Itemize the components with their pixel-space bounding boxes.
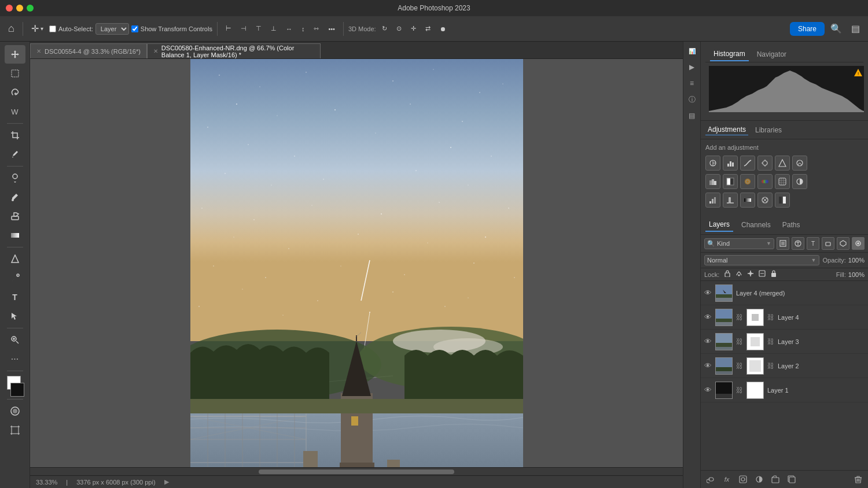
layer-item-4[interactable]: 👁 ⛓ <box>701 305 868 330</box>
align-right-button[interactable]: ⊤ <box>252 23 265 35</box>
crop-tool[interactable] <box>5 126 25 145</box>
scroll-thumb[interactable] <box>259 469 454 474</box>
add-layer-style-btn[interactable]: fx <box>720 473 733 486</box>
marquee-tool[interactable] <box>5 64 25 83</box>
minimize-button[interactable] <box>16 5 23 12</box>
align-left-button[interactable]: ⊢ <box>222 23 235 35</box>
align-center-h-button[interactable]: ⊣ <box>237 23 250 35</box>
panels-button[interactable]: ▤ <box>848 21 863 36</box>
move-tool[interactable] <box>5 45 25 64</box>
path-selection-tool[interactable] <box>5 307 25 326</box>
3d-rotate-button[interactable]: ↻ <box>378 23 391 35</box>
visibility-1[interactable]: 👁 <box>704 386 712 394</box>
layer-item-2[interactable]: 👁 ⛓ <box>701 354 868 378</box>
eraser-tool[interactable] <box>5 207 25 225</box>
shadow-highlight-btn[interactable] <box>775 193 790 208</box>
gradient-map-btn[interactable] <box>740 193 755 208</box>
filter-type-btn[interactable]: T <box>807 237 819 250</box>
new-layer-btn[interactable] <box>785 473 798 486</box>
selective-color-btn[interactable] <box>757 193 773 208</box>
layer-item-4-merged[interactable]: 👁 Layer 4 (merged) <box>701 281 868 305</box>
filter-shape-btn[interactable] <box>822 237 834 250</box>
move-tool-button[interactable]: ✛ ▾ <box>28 21 47 36</box>
layers-tab[interactable]: Layers <box>705 218 733 232</box>
new-group-btn[interactable] <box>769 473 782 486</box>
threshold-btn[interactable] <box>723 193 738 208</box>
distribute-v-button[interactable]: ↕ <box>298 23 308 35</box>
color-swatches[interactable] <box>5 376 25 397</box>
share-button[interactable]: Share <box>790 22 825 36</box>
link-layers-btn[interactable] <box>704 473 717 486</box>
lock-all-btn[interactable] <box>770 270 777 279</box>
opacity-value[interactable]: 100% <box>848 257 865 264</box>
3d-slide-button[interactable]: ⇄ <box>422 23 434 35</box>
filter-toggle-btn[interactable] <box>852 237 865 250</box>
distribute-h-button[interactable]: ↔ <box>282 23 296 35</box>
visibility-3[interactable]: 👁 <box>704 337 712 346</box>
lock-transparent-btn[interactable] <box>724 270 731 279</box>
transform-controls-checkbox[interactable] <box>131 25 138 32</box>
adjustments-tab[interactable]: Adjustments <box>705 124 748 135</box>
type-tool[interactable]: T <box>5 288 25 306</box>
lock-image-btn[interactable] <box>735 270 742 279</box>
zoom-tool[interactable] <box>5 331 25 349</box>
tab-1[interactable]: ✕ DSC00580-Enhanced-NR.dng @ 66.7% (Colo… <box>147 43 321 58</box>
artboard-button[interactable] <box>5 421 25 439</box>
visibility-4[interactable]: 👁 <box>704 313 712 321</box>
3d-orbit-button[interactable]: ⊙ <box>393 23 405 35</box>
shape-tool[interactable] <box>5 250 25 268</box>
layer-item-1[interactable]: 👁 ⛓ Layer 1 <box>701 378 868 402</box>
maximize-button[interactable] <box>27 5 34 12</box>
pen-tool[interactable] <box>5 269 25 287</box>
gradient-tool[interactable] <box>5 226 25 245</box>
filter-adjust-btn[interactable] <box>792 237 804 250</box>
invert-btn[interactable] <box>792 174 807 189</box>
filter-button[interactable]: ≡ <box>685 76 699 90</box>
status-arrow[interactable]: ▶ <box>164 478 169 486</box>
histogram-tab[interactable]: Histogram <box>710 47 749 61</box>
quick-select-tool[interactable]: W <box>5 102 25 121</box>
visibility-2[interactable]: 👁 <box>704 361 712 370</box>
filter-effects-btn[interactable] <box>837 237 849 250</box>
tab-0[interactable]: ✕ DSC00554-4 @ 33.3% (RGB/16*) <box>30 43 147 58</box>
play-button[interactable]: ▶ <box>685 60 699 74</box>
healing-brush-tool[interactable] <box>5 169 25 187</box>
add-mask-btn[interactable] <box>737 473 749 486</box>
delete-layer-btn[interactable] <box>852 473 865 486</box>
bw-btn[interactable] <box>723 174 738 189</box>
color-balance-btn[interactable] <box>705 174 720 189</box>
posterize-btn[interactable] <box>705 193 720 208</box>
align-bottom-button[interactable]: ⊥ <box>267 23 280 35</box>
libraries-tab[interactable]: Libraries <box>753 125 784 135</box>
more-tools-button[interactable]: ··· <box>5 350 25 368</box>
horizontal-scrollbar[interactable] <box>30 467 683 475</box>
more-options-button[interactable]: ••• <box>325 23 339 35</box>
auto-select-dropdown[interactable]: Layer <box>95 23 129 35</box>
hsl-btn[interactable] <box>792 156 807 171</box>
lock-position-btn[interactable] <box>747 270 754 279</box>
curves-btn[interactable] <box>740 156 755 171</box>
background-color[interactable] <box>10 383 24 397</box>
distribute-space-button[interactable]: ⇿ <box>310 23 322 35</box>
visibility-4-merged[interactable]: 👁 <box>704 289 712 297</box>
new-fill-adj-btn[interactable] <box>753 473 766 486</box>
kind-search-box[interactable]: 🔍 Kind ▼ <box>704 238 774 249</box>
channel-mixer-btn[interactable] <box>757 174 773 189</box>
3d-scale-button[interactable]: ⏺ <box>436 23 450 35</box>
lock-artboard-btn[interactable] <box>759 270 766 279</box>
navigator-tab[interactable]: Navigator <box>753 48 790 61</box>
3d-pan-button[interactable]: ✛ <box>407 23 420 35</box>
info-button[interactable]: ⓘ <box>685 93 699 106</box>
fill-value[interactable]: 100% <box>848 271 865 278</box>
eyedropper-tool[interactable] <box>5 145 25 164</box>
vibrance-btn[interactable] <box>775 156 790 171</box>
filter-pixel-btn[interactable] <box>777 237 789 250</box>
tab-1-close[interactable]: ✕ <box>153 48 158 54</box>
tab-0-close[interactable]: ✕ <box>36 48 41 54</box>
quick-mask-button[interactable] <box>5 402 25 420</box>
histogram-mini-button[interactable]: 📊 <box>685 44 699 58</box>
exposure-btn[interactable] <box>757 156 773 171</box>
auto-select-checkbox[interactable] <box>49 25 56 32</box>
close-button[interactable] <box>6 5 13 12</box>
levels-btn[interactable] <box>723 156 738 171</box>
